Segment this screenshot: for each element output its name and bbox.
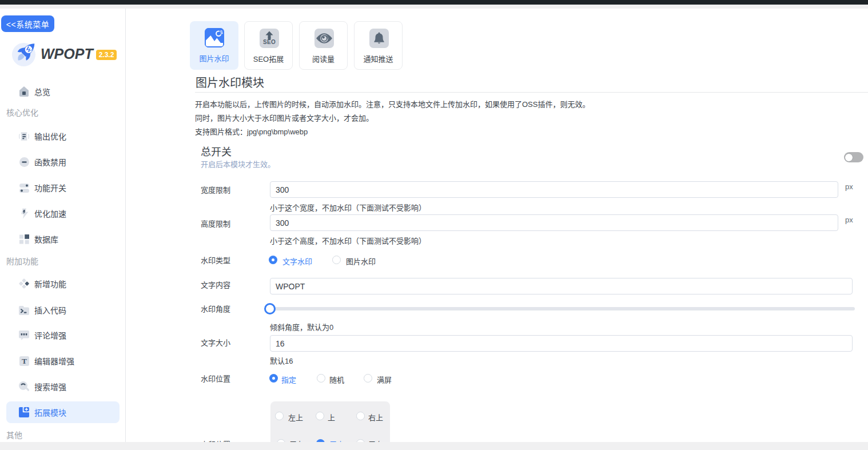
svg-text:SEO: SEO xyxy=(262,39,275,45)
svg-text:T: T xyxy=(21,357,26,365)
